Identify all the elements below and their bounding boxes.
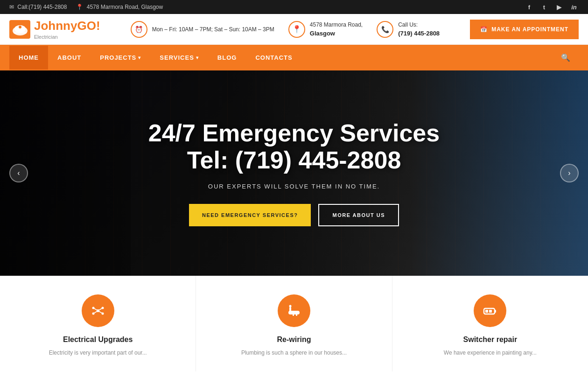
address-text: 4578 Marmora Road, Glasgow bbox=[310, 21, 363, 38]
logo-icon bbox=[9, 20, 30, 39]
nav-item-contacts[interactable]: CONTACTS bbox=[246, 46, 301, 70]
electrical-icon bbox=[82, 294, 114, 327]
service-title-electrical: Electrical Upgrades bbox=[14, 335, 182, 344]
phone-text: Call Us: (719) 445-2808 bbox=[398, 21, 440, 38]
hours-info: ⏰ Mon – Fri: 10AM – 7PM; Sat – Sun: 10AM… bbox=[131, 21, 274, 38]
emergency-button[interactable]: NEED EMERGENCY SERVICES? bbox=[189, 204, 311, 226]
service-title-rewiring: Re-wiring bbox=[210, 335, 378, 344]
appointment-button[interactable]: 📅 MAKE AN APPOINTMENT bbox=[470, 20, 579, 39]
hero-buttons: NEED EMERGENCY SERVICES? MORE ABOUT US bbox=[148, 204, 440, 226]
twitter-icon[interactable]: t bbox=[539, 2, 549, 12]
header: JohnnyGO! Electrician ⏰ Mon – Fri: 10AM … bbox=[0, 14, 588, 45]
chevron-left-icon: ‹ bbox=[17, 169, 20, 177]
nav-item-projects[interactable]: PROJECTS ▾ bbox=[91, 46, 150, 70]
logo-text-group: JohnnyGO! Electrician bbox=[34, 19, 100, 40]
logo[interactable]: JohnnyGO! Electrician bbox=[9, 19, 100, 40]
svg-rect-14 bbox=[289, 307, 291, 312]
svg-point-3 bbox=[19, 26, 21, 28]
svg-rect-21 bbox=[489, 310, 492, 313]
instagram-icon[interactable]: in bbox=[569, 2, 579, 12]
email-icon: ✉ bbox=[9, 4, 14, 10]
clock-icon: ⏰ bbox=[131, 21, 147, 38]
service-desc-rewiring: Plumbing is such a sphere in our houses.… bbox=[210, 349, 378, 357]
service-desc-electrical: Electricity is very important part of ou… bbox=[14, 349, 182, 357]
service-desc-switcher: We have experience in painting any... bbox=[406, 349, 574, 357]
search-icon[interactable]: 🔍 bbox=[553, 45, 579, 70]
hero-title: 24/7 Emergency Services Tel: (719) 445-2… bbox=[148, 120, 440, 173]
svg-rect-16 bbox=[293, 314, 294, 316]
nav-item-blog[interactable]: BLOG bbox=[208, 46, 246, 70]
rewiring-icon bbox=[278, 294, 310, 327]
svg-rect-19 bbox=[495, 310, 496, 313]
navigation: HOME ABOUT PROJECTS ▾ SERVICES ▾ BLOG CO… bbox=[0, 45, 588, 70]
facebook-icon[interactable]: f bbox=[525, 2, 534, 12]
more-about-button[interactable]: MORE ABOUT US bbox=[318, 204, 399, 226]
top-bar-social: f t ▶ in bbox=[525, 2, 579, 12]
nav-item-home[interactable]: HOME bbox=[9, 46, 48, 70]
slider-next-arrow[interactable]: › bbox=[560, 164, 579, 182]
map-pin-icon: 📍 bbox=[288, 21, 305, 38]
hero-content: 24/7 Emergency Services Tel: (719) 445-2… bbox=[148, 120, 440, 226]
svg-rect-20 bbox=[485, 310, 488, 313]
header-info: ⏰ Mon – Fri: 10AM – 7PM; Sat – Sun: 10AM… bbox=[131, 21, 440, 38]
nav-item-about[interactable]: ABOUT bbox=[48, 46, 91, 70]
top-bar-phone[interactable]: ✉ Call:(719) 445-2808 bbox=[9, 4, 67, 10]
phone-icon: 📞 bbox=[377, 21, 393, 38]
switcher-icon bbox=[474, 294, 506, 327]
logo-name: JohnnyGO! bbox=[34, 19, 100, 33]
phone-info: 📞 Call Us: (719) 445-2808 bbox=[377, 21, 440, 38]
service-card-electrical: Electrical Upgrades Electricity is very … bbox=[0, 276, 196, 371]
nav-item-services[interactable]: SERVICES ▾ bbox=[150, 46, 208, 70]
services-section: Electrical Upgrades Electricity is very … bbox=[0, 276, 588, 371]
svg-line-10 bbox=[98, 308, 103, 311]
nav-items: HOME ABOUT PROJECTS ▾ SERVICES ▾ BLOG CO… bbox=[9, 46, 302, 70]
logo-subtitle: Electrician bbox=[34, 34, 100, 40]
top-bar: ✉ Call:(719) 445-2808 📍 4578 Marmora Roa… bbox=[0, 0, 588, 14]
top-bar-address: 📍 4578 Marmora Road, Glasgow bbox=[76, 4, 163, 10]
hero-subtitle: OUR EXPERTS WILL SOLVE THEM IN NO TIME. bbox=[148, 183, 440, 190]
svg-rect-17 bbox=[296, 314, 297, 316]
svg-line-9 bbox=[93, 308, 98, 311]
svg-rect-2 bbox=[14, 32, 27, 34]
top-bar-left: ✉ Call:(719) 445-2808 📍 4578 Marmora Roa… bbox=[9, 4, 163, 10]
svg-point-15 bbox=[289, 305, 291, 307]
hours-text: Mon – Fri: 10AM – 7PM; Sat – Sun: 10AM –… bbox=[152, 25, 274, 34]
calendar-icon: 📅 bbox=[480, 26, 488, 33]
chevron-right-icon: › bbox=[568, 169, 570, 177]
hero-section: 24/7 Emergency Services Tel: (719) 445-2… bbox=[0, 70, 588, 276]
youtube-icon[interactable]: ▶ bbox=[554, 2, 564, 12]
slider-prev-arrow[interactable]: ‹ bbox=[9, 164, 28, 182]
service-title-switcher: Switcher repair bbox=[406, 335, 574, 344]
svg-line-11 bbox=[93, 311, 98, 314]
address-info: 📍 4578 Marmora Road, Glasgow bbox=[288, 21, 363, 38]
service-card-switcher: Switcher repair We have experience in pa… bbox=[392, 276, 588, 371]
service-card-rewiring: Re-wiring Plumbing is such a sphere in o… bbox=[196, 276, 392, 371]
svg-line-12 bbox=[98, 311, 103, 314]
location-icon: 📍 bbox=[76, 4, 83, 10]
